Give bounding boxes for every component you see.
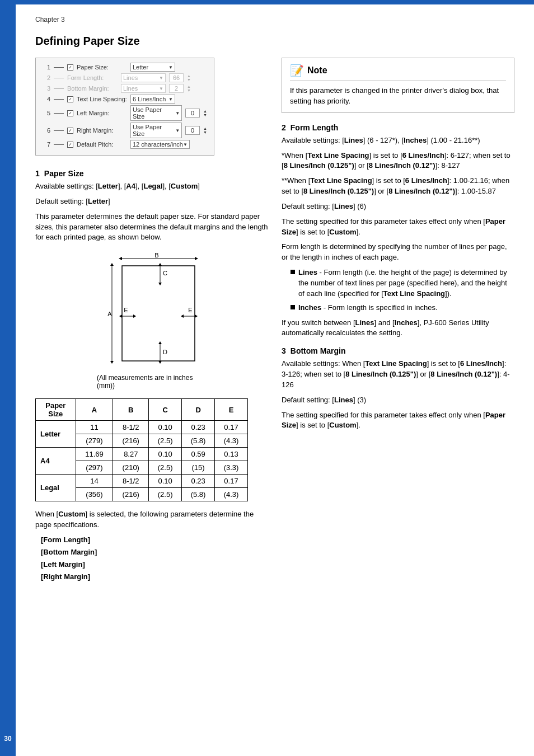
cell-letter: Letter xyxy=(36,421,76,448)
bullet-square xyxy=(291,270,295,274)
note-icon: 📝 xyxy=(290,64,304,77)
note-header: 📝 Note xyxy=(290,64,506,81)
col-header-e: E xyxy=(215,399,248,421)
list-item: [Bottom Margin] xyxy=(41,546,270,558)
note-title: Note xyxy=(307,65,327,76)
item2-para3: **When [Text Line Spacing] is set to [6 … xyxy=(282,176,514,197)
col-header-size: PaperSize xyxy=(36,399,76,421)
ui-row-4: 4 ✓ Text Line Spacing: 6 Lines/Inch▼ xyxy=(43,95,207,104)
select-bottommargin: Lines▼ xyxy=(121,84,166,93)
svg-marker-18 xyxy=(181,314,184,318)
svg-marker-15 xyxy=(133,314,136,318)
diagram-svg: B C A E xyxy=(100,252,206,369)
item2-para1: Available settings: [Lines] (6 - 127*), … xyxy=(282,135,514,146)
item1-default: Default setting: [Letter] xyxy=(35,196,270,207)
svg-marker-12 xyxy=(110,361,114,364)
svg-marker-7 xyxy=(158,283,162,285)
note-box: 📝 Note If this parameter is changed in t… xyxy=(282,58,514,113)
item3-label: Bottom Margin xyxy=(291,346,346,355)
paper-size-table: PaperSize A B C D E Letter 11 8-1/2 0.10 xyxy=(35,398,248,501)
svg-marker-22 xyxy=(158,341,162,344)
col-header-c: C xyxy=(149,399,182,421)
bullet-list: Lines - Form length (i.e. the height of … xyxy=(291,267,514,313)
list-item: [Left Margin] xyxy=(41,558,270,571)
checkbox-rightmargin: ✓ xyxy=(67,128,73,134)
item3-para2: Default setting: [Lines] (3) xyxy=(282,395,514,406)
select-leftmargin[interactable]: Use Paper Size▼ xyxy=(130,105,182,121)
svg-text:B: B xyxy=(154,252,158,259)
svg-marker-3 xyxy=(195,257,198,260)
select-textlinespacing[interactable]: 6 Lines/Inch▼ xyxy=(130,95,175,104)
col-header-a: A xyxy=(76,399,113,421)
section-title: Defining Paper Size xyxy=(35,35,514,48)
item1-num: 1 xyxy=(35,169,40,178)
select-formlength: Lines▼ xyxy=(121,73,166,82)
item2-num: 2 xyxy=(282,123,286,132)
ui-row-1: 1 ✓ Paper Size: Letter▼ xyxy=(43,63,207,72)
sidebar-blue xyxy=(0,0,16,756)
cell-legal: Legal xyxy=(36,475,76,501)
ui-row-7: 7 ✓ Default Pitch: 12 characters/inch▼ xyxy=(43,140,207,149)
table-row: Legal 14 8-1/2 0.10 0.23 0.17 xyxy=(36,475,248,488)
select-defaultpitch[interactable]: 12 characters/inch▼ xyxy=(130,140,190,149)
top-bar xyxy=(16,0,534,4)
ui-row-6: 6 ✓ Right Margin: Use Paper Size▼ 0 ▲▼ xyxy=(43,123,207,138)
item1-available: Available settings: [Letter], [A4], [Leg… xyxy=(35,181,270,192)
bullet-item-lines: Lines - Form length (i.e. the height of … xyxy=(291,267,514,299)
item3-para1: Available settings: When [Text Line Spac… xyxy=(282,359,514,391)
when-custom-intro: When [Custom] is selected, the following… xyxy=(35,509,270,530)
svg-marker-6 xyxy=(158,263,162,266)
svg-marker-23 xyxy=(158,361,162,364)
item2-para5: The setting specified for this parameter… xyxy=(282,217,514,238)
item1-label: Paper Size xyxy=(44,169,84,178)
diagram-caption: (All measurements are in inches (mm)) xyxy=(97,374,209,389)
ui-panel: 1 ✓ Paper Size: Letter▼ 2 Form Length: L… xyxy=(35,58,214,156)
item1-desc: This parameter determines the default pa… xyxy=(35,212,270,243)
svg-text:E: E xyxy=(188,307,192,313)
page-number: 30 xyxy=(0,732,16,745)
item2-para7: If you switch between [Lines] and [Inche… xyxy=(282,318,514,339)
select-papersize[interactable]: Letter▼ xyxy=(130,63,175,72)
paper-diagram: B C A E xyxy=(97,252,209,389)
cell-a4: A4 xyxy=(36,448,76,475)
svg-text:C: C xyxy=(163,270,167,276)
list-item: [Right Margin] xyxy=(41,571,270,583)
checkbox-papersize: ✓ xyxy=(67,64,73,71)
item3-para3: The setting specified for this parameter… xyxy=(282,410,514,431)
item2-para4: Default setting: [Lines] (6) xyxy=(282,201,514,212)
table-row: Letter 11 8-1/2 0.10 0.23 0.17 xyxy=(36,421,248,434)
select-rightmargin[interactable]: Use Paper Size▼ xyxy=(130,123,182,138)
col-header-b: B xyxy=(113,399,149,421)
list-item: [Form Length] xyxy=(41,534,270,546)
chapter-label: Chapter 3 xyxy=(35,16,514,24)
table-header-row: PaperSize A B C D E xyxy=(36,399,248,421)
item3-section: 3 Bottom Margin Available settings: When… xyxy=(282,346,514,431)
svg-marker-14 xyxy=(119,314,122,318)
bullet-square xyxy=(291,305,295,309)
svg-rect-0 xyxy=(122,266,195,361)
item2-para2: *When [Text Line Spacing] is set to [6 L… xyxy=(282,151,514,172)
ui-row-5: 5 ✓ Left Margin: Use Paper Size▼ 0 ▲▼ xyxy=(43,105,207,121)
right-column: 📝 Note If this parameter is changed in t… xyxy=(282,58,514,583)
left-column: 1 ✓ Paper Size: Letter▼ 2 Form Length: L… xyxy=(35,58,270,583)
svg-text:D: D xyxy=(163,349,167,355)
custom-list: [Form Length] [Bottom Margin] [Left Marg… xyxy=(41,534,270,583)
item2-section: 2 Form Length Available settings: [Lines… xyxy=(282,123,514,339)
item1-section: 1 Paper Size Available settings: [Letter… xyxy=(35,169,270,243)
bullet-item-inches: Inches - Form length is specified in inc… xyxy=(291,303,514,313)
checkbox-textlinespacing: ✓ xyxy=(67,96,73,102)
svg-text:A: A xyxy=(107,311,112,317)
svg-marker-11 xyxy=(110,263,114,266)
ui-row-3: 3 Bottom Margin: Lines▼ 2 ▲▼ xyxy=(43,84,207,93)
checkbox-leftmargin: ✓ xyxy=(67,110,73,116)
item2-label: Form Length xyxy=(291,123,339,132)
svg-text:E: E xyxy=(124,307,128,313)
svg-marker-2 xyxy=(119,257,122,260)
item3-num: 3 xyxy=(282,346,286,355)
table-row: A4 11.69 8.27 0.10 0.59 0.13 xyxy=(36,448,248,461)
checkbox-defaultpitch: ✓ xyxy=(67,142,73,148)
col-header-d: D xyxy=(182,399,215,421)
ui-row-2: 2 Form Length: Lines▼ 66 ▲▼ xyxy=(43,73,207,82)
note-text: If this parameter is changed in the prin… xyxy=(290,86,506,107)
item2-para6: Form length is determined by specifying … xyxy=(282,242,514,263)
